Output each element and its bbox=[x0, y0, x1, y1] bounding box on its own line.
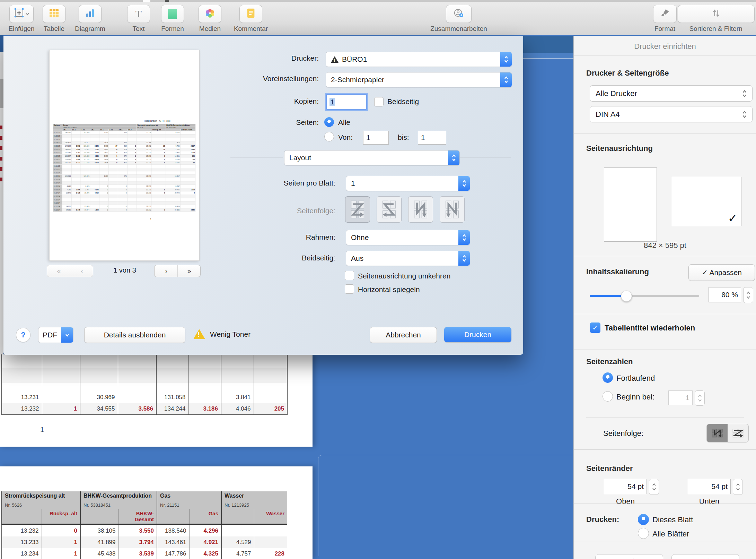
preview-cell: 13.231 bbox=[137, 161, 152, 165]
preview-cell: 0 bbox=[118, 191, 128, 195]
preview-cell: 3.697 bbox=[99, 151, 109, 155]
preview-cell: 3.698 bbox=[99, 155, 109, 158]
cell bbox=[80, 368, 118, 383]
preview-cell: 868 bbox=[118, 141, 128, 145]
preview-cell: 20.442 bbox=[166, 191, 180, 195]
flip-horizontal-checkbox[interactable] bbox=[345, 284, 354, 294]
toolbar-item-chart[interactable]: Diagramm bbox=[69, 0, 112, 35]
begin-at-radio[interactable] bbox=[603, 391, 613, 402]
preview-cell: 3.428 bbox=[71, 191, 81, 195]
to-input[interactable]: 1 bbox=[418, 131, 446, 145]
preview-cell bbox=[62, 135, 71, 138]
scale-stepper[interactable] bbox=[743, 287, 753, 303]
preview-prev-buttons: « ‹ bbox=[47, 265, 93, 277]
cell bbox=[221, 368, 254, 383]
margin-bottom-field[interactable]: 54 pt bbox=[688, 479, 731, 494]
toolbar-item-sort-filter[interactable]: Sortieren & Filtern bbox=[678, 0, 754, 35]
preview-cell bbox=[180, 168, 195, 171]
margin-bottom-stepper[interactable] bbox=[733, 479, 743, 495]
chart-icon bbox=[84, 7, 96, 20]
toolbar-item-shapes[interactable]: Formen bbox=[152, 0, 193, 35]
preview-cell: 0 bbox=[152, 161, 166, 165]
preview-cell: 4.404 bbox=[90, 158, 99, 161]
prev-page-button[interactable]: ‹ bbox=[70, 265, 93, 277]
scale-slider-thumb[interactable] bbox=[621, 291, 632, 302]
preview-cell bbox=[180, 198, 195, 201]
page-order-n2-button[interactable] bbox=[440, 196, 465, 223]
preview-cell bbox=[127, 185, 137, 188]
two-sided-select[interactable]: Aus bbox=[346, 251, 470, 266]
fit-button[interactable]: ✓ Anpassen bbox=[688, 264, 755, 281]
printer-select[interactable]: BÜRO1 bbox=[326, 52, 512, 67]
page-order-horizontal-segment[interactable] bbox=[728, 424, 748, 442]
preview-cell: 146.435 bbox=[62, 141, 71, 145]
preview-cell: 0 bbox=[99, 208, 109, 212]
from-input[interactable]: 1 bbox=[363, 131, 389, 145]
next-page-button[interactable]: › bbox=[155, 265, 177, 277]
preview-cell: 8 bbox=[109, 151, 118, 155]
repeat-table-titles-checkbox[interactable]: ✓ bbox=[590, 322, 600, 333]
preview-cell: 01.10.14 bbox=[53, 201, 62, 205]
duplex-checkbox[interactable] bbox=[374, 97, 384, 106]
preview-cell: 13.231 bbox=[137, 158, 152, 161]
toolbar-item-comment[interactable]: Kommentar bbox=[227, 0, 275, 35]
page-order-vertical-segment[interactable] bbox=[707, 424, 728, 442]
all-sheets-radio[interactable] bbox=[638, 528, 649, 539]
help-button[interactable]: ? bbox=[16, 328, 30, 342]
page-order-z-button[interactable] bbox=[345, 196, 370, 223]
presets-select[interactable]: 2-Schmierpapier bbox=[326, 72, 512, 87]
preview-cell: 3.778 bbox=[71, 208, 81, 212]
cell bbox=[254, 392, 287, 403]
begin-at-field[interactable]: 1 bbox=[668, 390, 693, 405]
portrait-option[interactable] bbox=[604, 167, 657, 242]
pages-range-radio[interactable] bbox=[324, 132, 334, 141]
preview-cell bbox=[166, 138, 180, 141]
sidebar-paper-select[interactable]: DIN A4 bbox=[590, 106, 753, 122]
sort-filter-icon bbox=[711, 8, 721, 20]
print-preview-page[interactable]: Hotel Braun - ART Hotel DatumStromStromr… bbox=[49, 50, 200, 261]
landscape-option[interactable]: ✓ bbox=[672, 177, 741, 226]
continuous-label: Fortlaufend bbox=[616, 374, 655, 383]
sidebar-print-button[interactable]: Drucken bbox=[671, 554, 739, 559]
toolbar-item-media[interactable]: Medien bbox=[189, 0, 231, 35]
pdf-menu-button[interactable]: PDF bbox=[38, 327, 73, 343]
margin-top-stepper[interactable] bbox=[649, 479, 659, 495]
preview-cell bbox=[71, 205, 81, 208]
preview-cell bbox=[118, 135, 128, 138]
continuous-radio[interactable] bbox=[603, 372, 613, 383]
preview-cell bbox=[137, 201, 152, 205]
toolbar-item-collaborate[interactable]: Zusammenarbeiten bbox=[422, 0, 495, 35]
preview-cell bbox=[62, 178, 71, 181]
scale-value-field[interactable]: 80 % bbox=[709, 287, 741, 302]
page-order-s-button[interactable] bbox=[377, 196, 402, 223]
pages-all-radio[interactable] bbox=[324, 117, 334, 127]
hide-details-button[interactable]: Details ausblenden bbox=[84, 327, 185, 343]
margin-top-field[interactable]: 54 pt bbox=[604, 479, 647, 494]
done-button[interactable]: Fertig bbox=[595, 554, 663, 559]
preview-cell bbox=[118, 178, 128, 181]
section-select[interactable]: Layout bbox=[284, 150, 460, 165]
preview-cell: 30.969 bbox=[166, 205, 180, 208]
preview-cell: 3.326 bbox=[90, 151, 99, 155]
pages-per-sheet-select[interactable]: 1 bbox=[346, 176, 470, 191]
sidebar-printer-select[interactable]: Alle Drucker bbox=[590, 85, 753, 102]
border-select[interactable]: Ohne bbox=[346, 230, 470, 245]
cancel-button[interactable]: Abbrechen bbox=[370, 327, 437, 343]
preview-cell: 12.666 bbox=[166, 148, 180, 151]
last-page-button[interactable]: » bbox=[177, 265, 201, 277]
preview-cell: -63 bbox=[180, 158, 195, 161]
preview-cell bbox=[90, 201, 99, 205]
begin-at-stepper[interactable] bbox=[695, 390, 705, 406]
reverse-orientation-checkbox[interactable] bbox=[345, 271, 354, 280]
page-order-n-button[interactable] bbox=[408, 196, 433, 223]
pdf-chevron-icon bbox=[61, 327, 73, 343]
copies-input[interactable]: 1 bbox=[326, 94, 367, 110]
preview-cell bbox=[137, 138, 152, 141]
this-sheet-radio[interactable] bbox=[638, 514, 649, 525]
cell: 143.461 bbox=[157, 536, 189, 548]
print-button[interactable]: Drucken bbox=[444, 327, 511, 342]
preview-cell: 2.293 bbox=[71, 151, 81, 155]
first-page-button[interactable]: « bbox=[47, 265, 70, 277]
preview-cell: 3.665 bbox=[99, 145, 109, 148]
cell bbox=[118, 368, 156, 383]
